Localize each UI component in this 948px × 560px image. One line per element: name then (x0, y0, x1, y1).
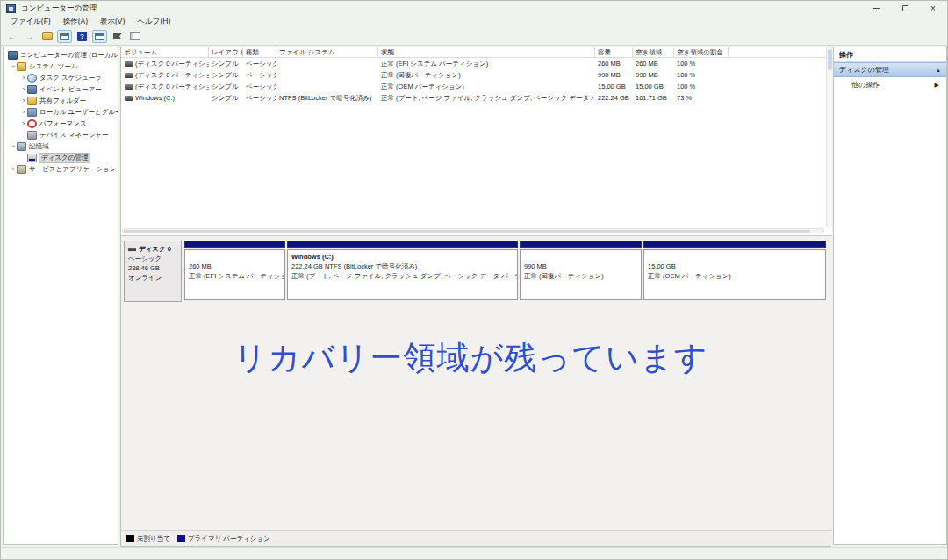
primary-partition-color-swatch (177, 535, 185, 542)
chevron-right-icon[interactable]: › (20, 85, 27, 93)
chevron-right-icon[interactable]: › (20, 108, 27, 116)
partition-name (524, 252, 637, 262)
sidebar-item-device-manager[interactable]: デバイス マネージャー (4, 129, 118, 140)
sidebar-item-task-scheduler[interactable]: › タスク スケジューラ (4, 72, 118, 83)
table-row[interactable]: Windows (C:) シンプル ベーシック NTFS (BitLocker … (121, 92, 832, 104)
status-bar (1, 547, 947, 559)
console-tree-glyph (60, 33, 69, 40)
disk-graphical-view: ディスク 0 ベーシック 238.46 GB オンライン 260 MB 正常 (… (121, 236, 832, 532)
volume-layout: シンプル (209, 69, 243, 81)
legend-unallocated: 未割り当て (126, 535, 170, 543)
column-header-capacity[interactable]: 容量 (595, 47, 633, 57)
sidebar-item-label: イベント ビューアー (40, 85, 102, 94)
forward-icon[interactable]: → (22, 30, 37, 43)
column-header-layout[interactable]: レイアウト (209, 47, 243, 57)
disk-name: ディスク 0 (139, 244, 171, 254)
partition-size: 222.24 GB NTFS (BitLocker で暗号化済み) (291, 262, 514, 271)
sidebar-item-disk-management[interactable]: ディスクの管理 (4, 152, 118, 163)
volume-status: 正常 (回復パーティション) (378, 69, 595, 81)
menu-help[interactable]: ヘルプ(H) (131, 17, 176, 27)
volume-free-pct: 100 % (674, 69, 729, 81)
local-users-icon (27, 108, 37, 117)
column-header-free-space[interactable]: 空き領域 (633, 47, 674, 57)
sidebar-item-system-tools[interactable]: › システム ツール (4, 61, 118, 72)
action-pane-icon[interactable] (127, 30, 142, 43)
app-icon (6, 4, 16, 13)
show-hide-glyph (95, 33, 104, 40)
forward-arrow-glyph: → (25, 32, 34, 41)
sidebar-item-label: デバイス マネージャー (40, 131, 109, 140)
chevron-right-icon: ▶ (935, 82, 939, 89)
sidebar-item-services-applications[interactable]: › サービスとアプリケーション (4, 163, 118, 175)
partition-size: 15.00 GB (648, 262, 822, 271)
disk-size: 238.46 GB (128, 263, 177, 273)
table-row[interactable]: (ディスク 0 パーティション 5) シンプル ベーシック 正常 (OEM パー… (121, 81, 832, 92)
column-header-volume[interactable]: ボリューム (121, 47, 209, 57)
volume-name: (ディスク 0 パーティション 1) (135, 60, 209, 68)
sidebar-item-event-viewer[interactable]: › イベント ビューアー (4, 83, 118, 95)
column-header-filesystem[interactable]: ファイル システム (276, 47, 378, 57)
minimize-button[interactable] (863, 1, 891, 16)
show-hide-icon[interactable] (92, 30, 107, 43)
column-header-filler (729, 47, 832, 57)
restore-icon (902, 5, 908, 11)
chevron-down-icon[interactable]: › (10, 143, 18, 150)
chevron-right-icon[interactable]: › (10, 165, 17, 173)
sidebar-item-performance[interactable]: › パフォーマンス (4, 118, 118, 129)
disk-status: オンライン (128, 273, 177, 283)
volume-filesystem (276, 58, 378, 69)
console-tree-icon[interactable] (57, 30, 72, 43)
scrollbar-thumb[interactable] (124, 230, 810, 233)
chevron-right-icon[interactable]: › (20, 119, 27, 127)
menu-view[interactable]: 表示(V) (94, 17, 131, 27)
chevron-right-icon[interactable]: › (20, 97, 27, 104)
restore-button[interactable] (891, 1, 919, 16)
partition-oem[interactable]: 15.00 GB 正常 (OEM パーティション) (643, 241, 826, 302)
sidebar-item-local-users-groups[interactable]: › ローカル ユーザーとグループ (4, 106, 118, 118)
sidebar-item-computer-management[interactable]: コンピューターの管理 (ローカル) (4, 49, 118, 61)
column-header-status[interactable]: 状態 (378, 47, 595, 57)
volume-filesystem: NTFS (BitLocker で暗号化済み) (276, 92, 378, 104)
menu-file[interactable]: ファイル(F) (4, 17, 57, 27)
task-scheduler-icon (27, 74, 37, 83)
more-actions-item[interactable]: 他の操作 ▶ (834, 77, 946, 92)
volume-capacity: 260 MB (595, 58, 633, 69)
partition-windows-c[interactable]: Windows (C:) 222.24 GB NTFS (BitLocker で… (287, 241, 518, 302)
disk0-label-box[interactable]: ディスク 0 ベーシック 238.46 GB オンライン (124, 241, 182, 302)
folder-icon[interactable] (40, 30, 54, 43)
back-icon[interactable]: ← (4, 30, 19, 43)
partition-efi[interactable]: 260 MB 正常 (EFI システム パーティション) (184, 241, 285, 302)
vertical-scrollbar[interactable] (826, 47, 832, 227)
menu-action[interactable]: 操作(A) (57, 17, 94, 27)
table-row[interactable]: (ディスク 0 パーティション 4) シンプル ベーシック 正常 (回復パーティ… (121, 69, 832, 81)
storage-icon (17, 142, 26, 151)
chevron-down-icon[interactable]: › (10, 63, 18, 70)
table-row[interactable]: (ディスク 0 パーティション 1) シンプル ベーシック 正常 (EFI シス… (121, 58, 832, 69)
volume-layout: シンプル (209, 81, 243, 92)
actions-section-disk-management[interactable]: ディスクの管理 ▲ (834, 62, 946, 77)
volume-icon (125, 84, 133, 90)
status-flag-icon[interactable] (110, 30, 125, 43)
help-icon[interactable]: ? (75, 30, 90, 43)
column-header-type[interactable]: 種類 (243, 47, 276, 57)
chevron-up-icon[interactable]: ▲ (936, 68, 941, 73)
title-bar: コンピューターの管理 × (1, 1, 947, 16)
close-icon: × (930, 4, 936, 13)
partition-color-band (520, 241, 642, 248)
more-actions-label: 他の操作 (851, 80, 880, 90)
chevron-right-icon[interactable]: › (20, 74, 27, 82)
partition-recovery[interactable]: 990 MB 正常 (回復パーティション) (520, 241, 642, 302)
sidebar-item-storage[interactable]: › 記憶域 (4, 140, 118, 152)
scrollbar-thumb[interactable] (828, 49, 832, 70)
actions-pane: 操作 ディスクの管理 ▲ 他の操作 ▶ (833, 47, 947, 545)
partition-status: 正常 (ブート, ページ ファイル, クラッシュ ダンプ, ベーシック データ … (291, 271, 514, 281)
volume-free-space: 260 MB (633, 58, 674, 69)
sidebar-item-shared-folders[interactable]: › 共有フォルダー (4, 95, 118, 106)
device-manager-icon (27, 131, 37, 140)
horizontal-scrollbar[interactable] (122, 228, 824, 233)
sidebar-item-label: パフォーマンス (40, 119, 87, 128)
legend-primary-partition: プライマリ パーティション (177, 535, 270, 543)
volume-capacity: 15.00 GB (595, 81, 633, 92)
close-button[interactable]: × (919, 1, 947, 16)
column-header-free-pct[interactable]: 空き領域の割合 (674, 47, 729, 57)
